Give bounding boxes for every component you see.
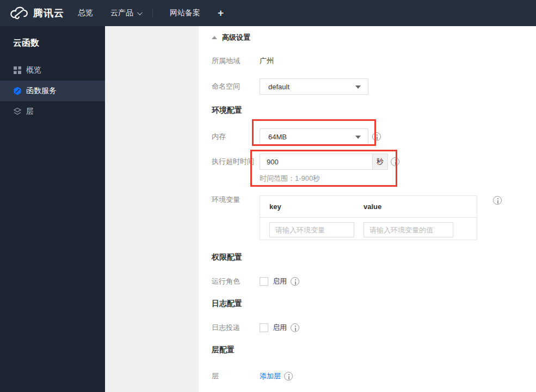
nav-divider — [152, 8, 153, 18]
log-delivery-row: 日志投递 启用 — [212, 323, 299, 333]
chevron-down-icon — [355, 136, 361, 139]
run-role-enable-label: 启用 — [273, 277, 287, 286]
run-role-info-icon[interactable] — [291, 277, 299, 286]
memory-label: 内存 — [212, 132, 260, 142]
env-vars-label: 环境变量 — [212, 195, 260, 205]
memory-info-icon[interactable] — [372, 132, 381, 141]
run-role-label: 运行角色 — [212, 277, 260, 286]
section-permission-config: 权限配置 — [212, 253, 242, 262]
nav-item-cloud-products[interactable]: 云产品 — [104, 0, 147, 26]
timeout-label: 执行超时时间 — [212, 157, 260, 167]
region-label: 所属地域 — [212, 56, 260, 66]
timeout-hint: 时间范围：1-900秒 — [260, 174, 320, 183]
chevron-down-icon — [355, 85, 361, 89]
memory-row: 内存 64MB — [212, 128, 381, 145]
env-vars-header: key value — [260, 196, 477, 218]
cloud-logo-icon — [10, 7, 28, 20]
nav-item-overview[interactable]: 总览 — [72, 0, 99, 26]
nav-add-tab-button[interactable]: + — [212, 0, 230, 26]
top-navbar: 腾讯云 总览 云产品 网站备案 + — [0, 0, 536, 26]
run-role-row: 运行角色 启用 — [212, 277, 299, 286]
advanced-settings-toggle[interactable]: 高级设置 — [212, 33, 250, 42]
tencent-cloud-logo[interactable]: 腾讯云 — [0, 7, 66, 20]
layer-row: 层 添加层 — [212, 371, 293, 381]
env-vars-info-icon[interactable] — [493, 196, 502, 205]
env-value-input[interactable] — [364, 222, 453, 237]
namespace-row: 命名空间 default — [212, 78, 368, 95]
add-layer-link[interactable]: 添加层 — [260, 371, 281, 381]
function-hexagon-icon — [13, 87, 22, 95]
env-vars-label-row: 环境变量 — [212, 195, 260, 204]
memory-select[interactable]: 64MB — [260, 128, 368, 145]
collapse-arrow-icon — [212, 36, 217, 39]
brand-name: 腾讯云 — [33, 7, 64, 20]
sidebar-item-function-service[interactable]: 函数服务 — [0, 81, 105, 101]
section-layer-config: 层配置 — [212, 345, 235, 355]
region-value: 广州 — [260, 56, 274, 66]
log-delivery-label: 日志投递 — [212, 323, 260, 333]
env-value-header: value — [364, 203, 381, 211]
log-delivery-enable-checkbox[interactable] — [260, 323, 268, 332]
layers-icon — [13, 107, 22, 116]
env-vars-table: key value — [260, 195, 477, 240]
sidebar-title: 云函数 — [0, 26, 105, 60]
env-vars-input-row — [260, 218, 477, 237]
section-log-config: 日志配置 — [212, 299, 242, 309]
env-key-header: key — [260, 203, 364, 211]
namespace-select[interactable]: default — [260, 78, 368, 95]
timeout-info-icon[interactable] — [391, 157, 399, 166]
env-key-input[interactable] — [269, 222, 354, 237]
content-background — [105, 26, 199, 392]
chevron-down-icon — [137, 10, 143, 15]
namespace-label: 命名空间 — [212, 82, 260, 91]
nav-item-website-record[interactable]: 网站备案 — [164, 0, 206, 26]
run-role-enable-checkbox[interactable] — [260, 277, 268, 286]
sidebar-item-overview[interactable]: 概览 — [0, 60, 105, 81]
sidebar-item-layers[interactable]: 层 — [0, 101, 105, 122]
timeout-unit-button[interactable]: 秒 — [373, 154, 388, 170]
timeout-input[interactable] — [260, 154, 373, 170]
sidebar: 云函数 概览 函数服务 层 — [0, 26, 105, 392]
timeout-row: 执行超时时间 秒 — [212, 154, 399, 170]
region-row: 所属地域 广州 — [212, 56, 274, 66]
layer-label: 层 — [212, 371, 260, 381]
section-env-config: 环境配置 — [212, 106, 242, 115]
log-delivery-info-icon[interactable] — [291, 323, 299, 332]
layer-info-icon[interactable] — [284, 372, 293, 381]
settings-panel: 高级设置 所属地域 广州 命名空间 default 环境配置 内存 64MB 执… — [199, 26, 536, 392]
log-delivery-enable-label: 启用 — [273, 323, 287, 333]
grid-icon — [13, 66, 22, 75]
